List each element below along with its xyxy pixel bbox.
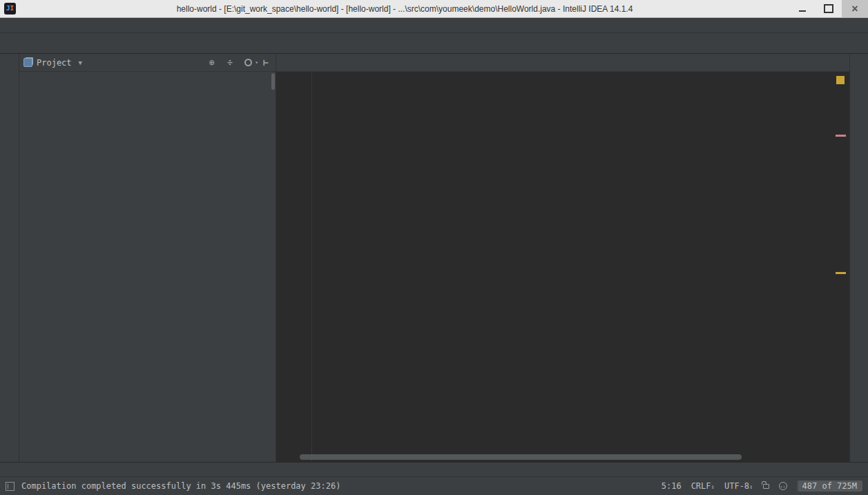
collapse-all-icon[interactable]	[224, 57, 235, 68]
window-title: hello-world - [E:\git_work_space\hello-w…	[20, 4, 789, 14]
left-tool-stripe	[0, 54, 19, 462]
menu-bar	[0, 18, 868, 33]
editor-gutter	[276, 72, 312, 462]
toggle-panels-icon[interactable]	[6, 482, 15, 491]
editor-code[interactable]	[312, 72, 849, 462]
hide-panel-icon[interactable]	[260, 57, 271, 68]
locate-file-icon[interactable]	[206, 57, 218, 68]
status-message: Compilation completed successfully in 3s…	[21, 481, 340, 491]
inspection-status-icon[interactable]	[836, 76, 845, 84]
project-panel-icon	[23, 58, 32, 67]
minimize-button[interactable]	[789, 0, 816, 17]
memory-indicator[interactable]: 487 of 725M	[797, 481, 862, 492]
right-tool-stripe	[849, 54, 868, 462]
caret-position[interactable]: 5:16	[662, 481, 682, 491]
editor-body[interactable]	[276, 72, 849, 462]
project-tree	[19, 72, 276, 462]
project-panel-title[interactable]: Project	[37, 58, 72, 68]
encoding-selector[interactable]: UTF-8↕	[724, 481, 753, 491]
editor-tab-bar	[276, 54, 849, 72]
chevron-down-icon[interactable]: ▼	[79, 59, 82, 66]
error-stripe-warning-mark[interactable]	[836, 135, 846, 137]
updown-icon: ↕	[711, 483, 715, 490]
intellij-logo-icon: JI	[4, 3, 16, 14]
updown-icon: ↕	[749, 483, 753, 490]
status-bar: Compilation completed successfully in 3s…	[0, 476, 868, 495]
hector-inspector-icon[interactable]	[779, 482, 787, 490]
close-button[interactable]	[842, 0, 868, 17]
horizontal-scrollbar[interactable]	[300, 454, 742, 460]
error-stripe-highlight-mark[interactable]	[836, 272, 846, 274]
editor-area	[276, 54, 849, 462]
title-bar: JI hello-world - [E:\git_work_space\hell…	[0, 0, 868, 18]
main-area: Project ▼	[0, 54, 868, 462]
gear-icon[interactable]	[242, 57, 253, 68]
unlock-icon[interactable]	[763, 484, 769, 489]
tool-window-bar	[0, 462, 868, 476]
intellij-idea-window: JI hello-world - [E:\git_work_space\hell…	[0, 0, 868, 495]
line-ending-selector[interactable]: CRLF↕	[691, 481, 715, 491]
project-panel-header: Project ▼	[19, 54, 276, 72]
project-panel: Project ▼	[19, 54, 276, 462]
tree-scrollbar[interactable]	[271, 73, 275, 90]
main-toolbar	[0, 33, 868, 54]
maximize-button[interactable]	[816, 0, 842, 17]
